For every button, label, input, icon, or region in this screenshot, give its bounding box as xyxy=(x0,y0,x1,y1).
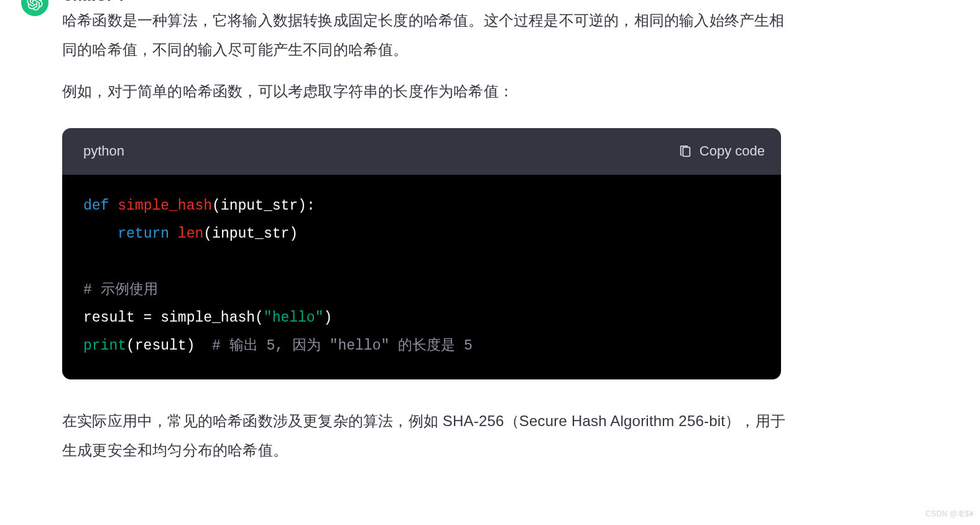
code-token: print xyxy=(83,338,126,354)
code-token: "hello" xyxy=(264,310,324,326)
code-token: # 输出 5, 因为 "hello" 的长度是 5 xyxy=(212,338,473,354)
code-token: len xyxy=(178,226,203,242)
code-token: def xyxy=(83,198,109,214)
code-token: result = simple_hash( xyxy=(83,310,264,326)
code-block-header: python Copy code xyxy=(62,128,781,175)
code-token: return xyxy=(118,226,169,242)
watermark: CSDN @老$¥ xyxy=(925,507,974,521)
code-content: def simple_hash(input_str): return len(i… xyxy=(62,175,781,379)
code-token: # 示例使用 xyxy=(83,282,158,298)
code-language-label: python xyxy=(83,138,124,165)
assistant-message: 哈希函数是一种算法，它将输入数据转换成固定长度的哈希值。这个过程是不可逆的，相同… xyxy=(0,0,980,465)
paragraph-1: 哈希函数是一种算法，它将输入数据转换成固定长度的哈希值。这个过程是不可逆的，相同… xyxy=(62,6,793,65)
openai-logo-icon xyxy=(27,0,43,11)
svg-rect-0 xyxy=(683,147,690,156)
paragraph-3: 在实际应用中，常见的哈希函数涉及更复杂的算法，例如 SHA-256（Secure… xyxy=(62,407,793,465)
author-name: ChatGPT xyxy=(62,0,126,11)
paragraph-2: 例如，对于简单的哈希函数，可以考虑取字符串的长度作为哈希值： xyxy=(62,77,793,106)
code-token: simple_hash xyxy=(118,198,212,214)
code-token: (input_str) xyxy=(203,226,298,242)
code-block: python Copy code def simple_hash(input_s… xyxy=(62,128,781,379)
copy-code-label: Copy code xyxy=(700,138,765,165)
code-token: (result) xyxy=(126,338,212,354)
code-token: (input_str): xyxy=(212,198,315,214)
code-token: ) xyxy=(323,310,332,326)
copy-code-button[interactable]: Copy code xyxy=(678,138,765,165)
clipboard-icon xyxy=(678,145,692,159)
